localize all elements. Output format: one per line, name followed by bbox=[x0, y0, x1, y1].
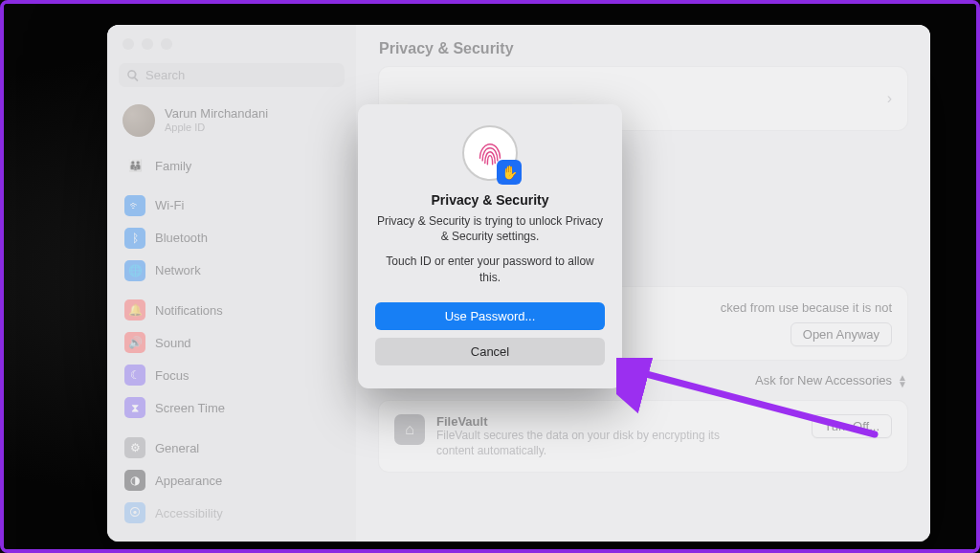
sidebar-item-label: Accessibility bbox=[155, 506, 223, 520]
sidebar-item-label: Appearance bbox=[155, 474, 222, 488]
search-input[interactable]: Search bbox=[119, 63, 345, 87]
sidebar-item-sound[interactable]: 🔊 Sound bbox=[119, 327, 345, 358]
search-placeholder: Search bbox=[145, 68, 185, 82]
appearance-icon: ◑ bbox=[124, 470, 145, 491]
page-title: Privacy & Security bbox=[379, 40, 907, 57]
maximize-icon[interactable] bbox=[161, 38, 172, 50]
accessibility-icon: ⦿ bbox=[124, 502, 145, 523]
hourglass-icon: ⧗ bbox=[124, 397, 145, 418]
sidebar-item-family[interactable]: 👪 Family bbox=[119, 150, 345, 181]
avatar bbox=[122, 104, 155, 137]
close-icon[interactable] bbox=[122, 38, 134, 50]
dialog-title: Privacy & Security bbox=[432, 192, 549, 208]
filevault-turnoff-button[interactable]: Turn Off... bbox=[812, 414, 892, 438]
minimize-icon[interactable] bbox=[142, 38, 153, 50]
bluetooth-icon: ᛒ bbox=[124, 228, 145, 249]
sidebar: Search Varun Mirchandani Apple ID 👪 Fami… bbox=[107, 25, 356, 542]
filevault-panel: ⌂ FileVault FileVault secures the data o… bbox=[379, 401, 907, 472]
search-icon bbox=[126, 69, 140, 82]
accessories-label: Ask for New Accessories bbox=[755, 373, 892, 387]
sidebar-item-accessibility[interactable]: ⦿ Accessibility bbox=[119, 498, 345, 528]
user-name: Varun Mirchandani bbox=[165, 107, 268, 122]
sidebar-item-bluetooth[interactable]: ᛒ Bluetooth bbox=[119, 223, 345, 254]
sidebar-item-screen-time[interactable]: ⧗ Screen Time bbox=[119, 392, 345, 423]
use-password-button[interactable]: Use Password... bbox=[375, 302, 605, 330]
bell-icon: 🔔 bbox=[124, 299, 145, 321]
auth-dialog: ✋ Privacy & Security Privacy & Security … bbox=[358, 104, 622, 388]
sidebar-item-label: General bbox=[155, 441, 199, 455]
sidebar-item-notifications[interactable]: 🔔 Notifications bbox=[119, 295, 345, 325]
dialog-message2: Touch ID or enter your password to allow… bbox=[375, 254, 605, 284]
apple-id-row[interactable]: Varun Mirchandani Apple ID bbox=[119, 99, 345, 143]
family-icon: 👪 bbox=[124, 155, 145, 176]
sidebar-item-appearance[interactable]: ◑ Appearance bbox=[119, 465, 345, 496]
sidebar-item-label: Sound bbox=[155, 336, 191, 350]
user-sub: Apple ID bbox=[165, 122, 268, 134]
filevault-desc: FileVault secures the data on your disk … bbox=[436, 429, 752, 458]
sidebar-item-label: Family bbox=[155, 159, 191, 173]
sidebar-item-network[interactable]: 🌐 Network bbox=[119, 255, 345, 286]
moon-icon: ☾ bbox=[124, 365, 145, 386]
sound-icon: 🔊 bbox=[124, 332, 145, 353]
filevault-icon: ⌂ bbox=[394, 414, 425, 445]
gear-icon: ⚙ bbox=[124, 437, 145, 458]
auth-icon: ✋ bbox=[462, 125, 518, 181]
filevault-title: FileVault bbox=[436, 414, 752, 429]
network-icon: 🌐 bbox=[124, 260, 145, 281]
cancel-button[interactable]: Cancel bbox=[375, 338, 605, 365]
window-controls bbox=[119, 38, 345, 50]
sidebar-item-wifi[interactable]: ᯤ Wi-Fi bbox=[119, 190, 345, 221]
sidebar-item-label: Wi-Fi bbox=[155, 198, 184, 212]
chevron-updown-icon: ▲▼ bbox=[898, 374, 907, 387]
sidebar-item-label: Screen Time bbox=[155, 401, 225, 415]
sidebar-item-label: Notifications bbox=[155, 303, 223, 318]
hand-badge-icon: ✋ bbox=[497, 160, 522, 185]
dialog-message: Privacy & Security is trying to unlock P… bbox=[375, 213, 605, 244]
open-anyway-button[interactable]: Open Anyway bbox=[791, 322, 892, 346]
sidebar-item-label: Focus bbox=[155, 368, 189, 383]
wifi-icon: ᯤ bbox=[124, 195, 145, 216]
chevron-right-icon: › bbox=[887, 90, 892, 107]
sidebar-item-label: Network bbox=[155, 263, 201, 277]
sidebar-item-label: Bluetooth bbox=[155, 231, 208, 245]
sidebar-item-general[interactable]: ⚙ General bbox=[119, 432, 345, 463]
sidebar-item-focus[interactable]: ☾ Focus bbox=[119, 360, 345, 390]
